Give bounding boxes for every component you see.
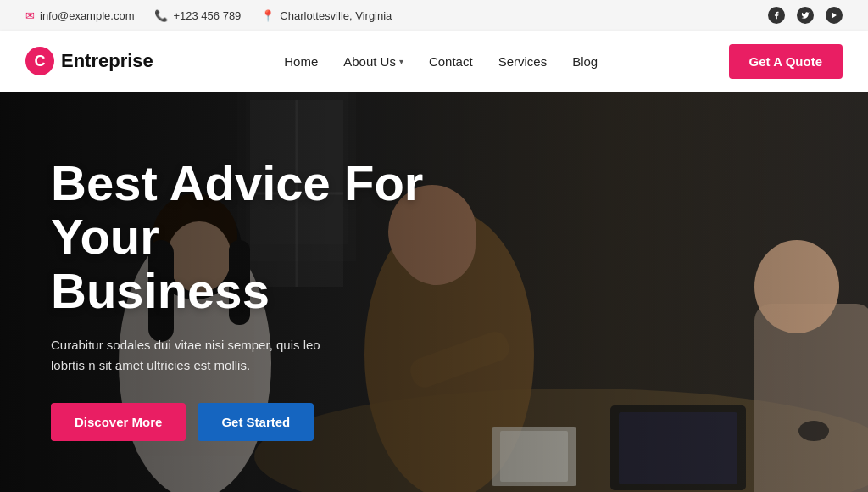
topbar-contact-info: ✉ info@example.com 📞 +123 456 789 📍 Char… [25,9,392,22]
nav-item-about[interactable]: About Us ▾ [343,54,403,69]
logo[interactable]: C Entreprise [25,47,153,75]
discover-more-button[interactable]: Discover More [51,403,186,441]
get-started-button[interactable]: Get Started [198,403,314,441]
hero-content: Best Advice For Your Business Curabitur … [51,156,475,441]
get-a-quote-button[interactable]: Get A Quote [729,44,843,79]
email-icon: ✉ [25,9,35,22]
facebook-icon[interactable] [768,7,785,24]
topbar-location: Charlottesville, Virginia [280,9,392,22]
location-icon: 📍 [261,9,275,22]
topbar-email: info@example.com [40,9,134,22]
hero-section: Best Advice For Your Business Curabitur … [0,92,868,492]
youtube-icon[interactable] [826,7,843,24]
nav-item-contact[interactable]: Contact [429,54,473,69]
nav-item-blog[interactable]: Blog [572,54,598,69]
topbar-phone: +123 456 789 [173,9,241,22]
main-nav: Home About Us ▾ Contact Services Blog [284,54,598,69]
hero-title: Best Advice For Your Business [51,156,475,318]
hero-subtitle: Curabitur sodales dui vitae nisi semper,… [51,335,339,376]
svg-marker-0 [832,12,837,19]
topbar-location-item: 📍 Charlottesville, Virginia [261,9,392,22]
topbar-email-item[interactable]: ✉ info@example.com [25,9,134,22]
hero-cta-buttons: Discover More Get Started [51,403,475,441]
phone-icon: 📞 [154,9,168,22]
logo-icon: C [25,47,54,75]
topbar-phone-item[interactable]: 📞 +123 456 789 [154,9,241,22]
nav-item-home[interactable]: Home [284,54,318,69]
main-header: C Entreprise Home About Us ▾ Contact Ser… [0,31,868,92]
logo-name: Entreprise [61,50,153,72]
chevron-down-icon: ▾ [399,57,403,66]
topbar: ✉ info@example.com 📞 +123 456 789 📍 Char… [0,0,868,31]
topbar-social-links [768,7,843,24]
twitter-icon[interactable] [797,7,814,24]
nav-item-services[interactable]: Services [498,54,548,69]
